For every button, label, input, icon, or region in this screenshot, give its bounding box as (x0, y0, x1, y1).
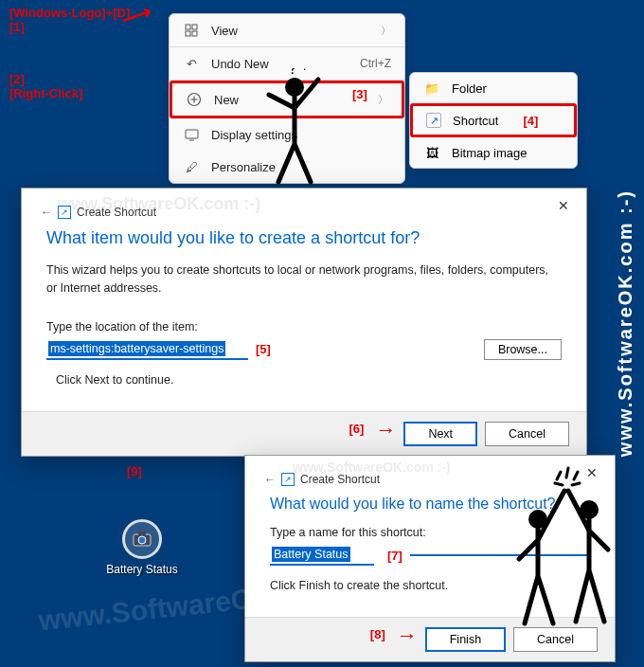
submenu-new: 📁 Folder ↗ Shortcut [4] 🖼 Bitmap image (409, 72, 578, 169)
annotation-6: [6] (349, 422, 364, 446)
location-label: Type the location of the item: (46, 320, 562, 334)
sub-label: Bitmap image (452, 146, 527, 160)
next-button[interactable]: Next (403, 422, 477, 446)
svg-text:?: ? (288, 68, 297, 78)
svg-rect-11 (138, 532, 146, 535)
arrow-6: → (375, 422, 396, 446)
sub-item-folder[interactable]: 📁 Folder (410, 73, 577, 103)
dialog-description: This wizard helps you to create shortcut… (46, 261, 562, 297)
close-button[interactable]: ✕ (550, 196, 577, 215)
svg-text:?: ? (301, 68, 309, 73)
stick-figure-highfive (510, 453, 623, 642)
svg-rect-3 (192, 31, 197, 36)
chevron-right-icon: 〉 (378, 93, 388, 107)
annotation-5: [5] (256, 342, 271, 356)
desktop-icon-label: Battery Status (104, 563, 180, 576)
sub-item-shortcut[interactable]: ↗ Shortcut [4] (410, 103, 577, 137)
new-icon (186, 91, 203, 108)
annotation-8: [8] (370, 627, 385, 652)
chevron-right-icon: 〉 (381, 24, 391, 38)
menu-label: View (211, 24, 369, 38)
dialog-header: ← ↗ Create Shortcut (22, 189, 586, 223)
folder-icon: 📁 (423, 80, 440, 97)
breadcrumb: Create Shortcut (300, 473, 380, 486)
sub-label: Folder (452, 81, 487, 96)
back-icon[interactable]: ← (264, 473, 276, 486)
view-icon (183, 22, 200, 39)
svg-point-6 (285, 78, 304, 97)
location-input[interactable]: ms-settings:batterysaver-settings (46, 339, 248, 360)
cancel-button[interactable]: Cancel (485, 422, 569, 446)
create-shortcut-dialog-1: www.SoftwareOK.com :-) ✕ ← ↗ Create Shor… (21, 188, 587, 457)
svg-point-10 (138, 536, 146, 544)
personalize-icon: 🖊 (183, 158, 200, 175)
menu-item-view[interactable]: View 〉 (170, 14, 404, 47)
next-hint: Click Next to continue. (46, 360, 562, 387)
shortcut-icon: ↗ (58, 206, 71, 219)
back-icon[interactable]: ← (41, 206, 52, 219)
dialog-title: What item would you like to create a sho… (22, 223, 586, 261)
annotation-3: [3] (352, 87, 367, 101)
dialog-footer: [6] → Next Cancel (22, 411, 586, 456)
annotation-2: [2][Right-Click] (9, 72, 82, 100)
name-input[interactable]: Battery Status (270, 545, 374, 566)
menu-shortcut: Ctrl+Z (360, 57, 391, 70)
shortcut-icon: ↗ (281, 473, 295, 486)
svg-rect-0 (186, 25, 190, 29)
arrow-8: → (397, 627, 418, 652)
svg-rect-2 (186, 31, 190, 36)
annotation-1: [Windows-Logo]+[D][1] (9, 6, 130, 34)
shortcut-icon: ↗ (426, 113, 441, 128)
camera-icon (122, 519, 162, 559)
stick-figure-1: ? ? (252, 68, 337, 191)
breadcrumb: Create Shortcut (77, 206, 156, 219)
side-watermark: www.SoftwareOK.com :-) (615, 189, 636, 457)
annotation-9: [9] (127, 464, 142, 478)
finish-button[interactable]: Finish (425, 627, 506, 652)
bitmap-icon: 🖼 (423, 144, 440, 161)
svg-rect-1 (192, 25, 197, 29)
desktop-shortcut-battery[interactable]: Battery Status (104, 519, 180, 576)
sub-label: Shortcut (453, 114, 498, 128)
annotation-4: [4] (523, 114, 538, 128)
undo-icon: ↶ (183, 55, 200, 72)
display-icon (183, 126, 200, 143)
browse-button[interactable]: Browse... (484, 339, 562, 360)
annotation-7: [7] (387, 549, 402, 563)
svg-rect-5 (186, 130, 198, 138)
sub-item-bitmap[interactable]: 🖼 Bitmap image (410, 137, 577, 168)
